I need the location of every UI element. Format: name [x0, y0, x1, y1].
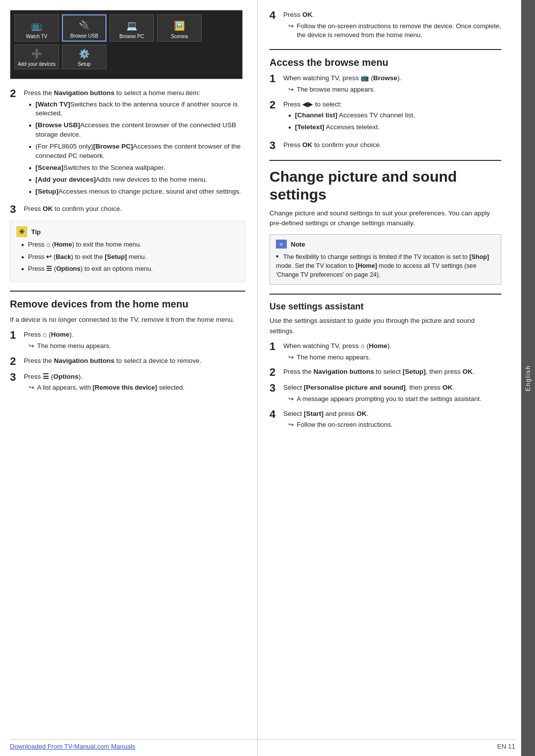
- watchtv-icon: 📺: [29, 19, 45, 33]
- remove-step-3-arrow: ↪ A list appears, with [Remove this devi…: [29, 383, 245, 393]
- assistant-step-4-content: Select [Start] and press OK. ↪ Follow th…: [283, 409, 501, 430]
- remove-step-2-number: 2: [10, 356, 21, 367]
- browse-step-2: 2 Press ◀▶ to select: • [Channel list] A…: [269, 100, 501, 135]
- remove-step-1-arrow: ↪ The home menu appears.: [29, 342, 245, 351]
- note-label: Note: [291, 241, 305, 248]
- right-column: 4 Press OK. ↪ Follow the on-screen instr…: [258, 0, 521, 756]
- browsepc-icon: 💻: [124, 19, 140, 33]
- browse-step-1-content: When watching TV, press 📺 (Browse). ↪ Th…: [283, 73, 501, 94]
- remove-section-intro: If a device is no longer connected to th…: [10, 315, 245, 325]
- menu-item-adddevices: ➕ Add your devices: [14, 45, 59, 69]
- browse-step-3-text: Press OK to confirm your choice.: [283, 141, 381, 149]
- tip-bullets: • Press ⌂ (Home) to exit the home menu. …: [21, 240, 239, 274]
- bullet-browseusb: • [Browse USB]Accesses the content brows…: [29, 121, 245, 140]
- menu-row-1: 📺 Watch TV 🔌 Browse USB 💻 Browse PC 🖼️ S…: [14, 14, 238, 42]
- scenea-icon: 🖼️: [171, 19, 187, 33]
- browse-step-2-content: Press ◀▶ to select: • [Channel list] Acc…: [283, 100, 501, 135]
- divider-change: [269, 160, 501, 161]
- tip-icon: ✳: [16, 226, 27, 237]
- menu-item-setup: ⚙️ Setup: [62, 45, 107, 69]
- tip-box: ✳ Tip • Press ⌂ (Home) to exit the home …: [10, 221, 245, 282]
- divider-remove: [10, 291, 245, 292]
- divider-assistant: [269, 294, 501, 295]
- setup-label: Setup: [78, 61, 91, 67]
- change-section-heading: Change picture and sound settings: [269, 168, 501, 203]
- setup-icon: ⚙️: [76, 47, 92, 60]
- footer-page: EN 11: [497, 743, 515, 750]
- assistant-step-2-text: Press the Navigation buttons to select […: [283, 368, 475, 375]
- menu-item-browseusb: 🔌 Browse USB: [62, 14, 107, 42]
- step-4-number: 4: [269, 10, 280, 21]
- browse-step-1-arrow: ↪ The browse menu appears.: [288, 85, 501, 95]
- adddevices-label: Add your devices: [18, 61, 56, 67]
- browse-section-heading: Access the browse menu: [269, 57, 501, 68]
- assistant-step-2: 2 Press the Navigation buttons to select…: [269, 367, 501, 378]
- remove-step-3-text: Press ☰ (Options).: [24, 373, 83, 380]
- note-icon: ≡: [276, 240, 287, 249]
- menu-row-2: ➕ Add your devices ⚙️ Setup: [14, 45, 238, 69]
- note-box: ≡ Note • The flexibility to change setti…: [269, 234, 501, 285]
- bullet-adddevices: • [Add your devices]Adds new devices to …: [29, 175, 245, 185]
- assistant-step-1-text: When watching TV, press ⌂ (Home).: [283, 342, 391, 350]
- browse-step-1-number: 1: [269, 73, 280, 84]
- step-4-arrow: ↪ Follow the on-screen instructions to r…: [288, 22, 501, 41]
- tip-label: Tip: [31, 228, 41, 236]
- footer-link[interactable]: Downloaded From TV-Manual.com Manuals: [10, 743, 135, 750]
- step-4-content: Press OK. ↪ Follow the on-screen instruc…: [283, 10, 501, 40]
- bullet-browsepc: • (For PFL8605 only)[Browse PC]Accesses …: [29, 142, 245, 161]
- assistant-step-3: 3 Select [Personalise picture and sound]…: [269, 383, 501, 403]
- bullet-watchtv: • [Watch TV]Switches back to the antenna…: [29, 100, 245, 119]
- remove-step-1-number: 1: [10, 330, 21, 341]
- menu-item-watchtv: 📺 Watch TV: [14, 14, 59, 42]
- side-tab-label: English: [525, 365, 532, 391]
- step-4-text: Press OK.: [283, 11, 314, 18]
- divider-browse: [269, 49, 501, 50]
- remove-step-3: 3 Press ☰ (Options). ↪ A list appears, w…: [10, 372, 245, 393]
- step-2-bullets: • [Watch TV]Switches back to the antenna…: [29, 100, 245, 197]
- assistant-step-2-number: 2: [269, 367, 280, 378]
- browse-step-3: 3 Press OK to confirm your choice.: [269, 140, 501, 151]
- tip-header: ✳ Tip: [16, 226, 239, 237]
- browse-step-3-number: 3: [269, 140, 280, 151]
- tip-bullet-back: • Press ↩ (Back) to exit the [Setup] men…: [21, 252, 239, 262]
- browse-bullet-teletext: • [Teletext] Accesses teletext.: [288, 123, 501, 132]
- browse-step-3-content: Press OK to confirm your choice.: [283, 140, 501, 150]
- scenea-label: Scenea: [171, 34, 188, 39]
- assistant-step-3-content: Select [Personalise picture and sound], …: [283, 383, 501, 403]
- step-2-intro: Press the Navigation buttons to select a…: [24, 89, 200, 97]
- assistant-step-3-arrow: ↪ A message appears prompting you to sta…: [288, 395, 501, 404]
- step-3-number: 3: [10, 204, 21, 215]
- bullet-scenea: • [Scenea]Switches to the Scenea wallpap…: [29, 163, 245, 173]
- assistant-step-4-number: 4: [269, 409, 280, 420]
- footer: Downloaded From TV-Manual.com Manuals EN…: [10, 739, 515, 750]
- assistant-step-1-arrow: ↪ The home menu appears.: [288, 353, 501, 362]
- note-text: • The flexibility to change settings is …: [276, 252, 495, 279]
- remove-step-3-number: 3: [10, 372, 21, 383]
- step-2-number: 2: [10, 88, 21, 99]
- remove-step-2-text: Press the Navigation buttons to select a…: [24, 357, 202, 364]
- remove-step-1-text: Press ⌂ (Home).: [24, 331, 73, 338]
- assistant-step-3-number: 3: [269, 383, 280, 394]
- watchtv-label: Watch TV: [26, 34, 47, 39]
- menu-item-browsepc: 💻 Browse PC: [109, 14, 154, 42]
- assistant-step-1-content: When watching TV, press ⌂ (Home). ↪ The …: [283, 341, 501, 362]
- step-3-text: Press OK to confirm your choice.: [24, 205, 122, 212]
- assistant-step-4: 4 Select [Start] and press OK. ↪ Follow …: [269, 409, 501, 430]
- menu-item-scenea: 🖼️ Scenea: [157, 14, 202, 42]
- browse-step-2-number: 2: [269, 100, 280, 110]
- remove-section-heading: Remove devices from the home menu: [10, 299, 245, 310]
- tip-bullet-home: • Press ⌂ (Home) to exit the home menu.: [21, 240, 239, 250]
- assistant-section-para: Use the settings assistant to guide you …: [269, 316, 501, 336]
- browse-bullet-channellist: • [Channel list] Accesses TV channel lis…: [288, 111, 501, 120]
- assistant-step-2-content: Press the Navigation buttons to select […: [283, 367, 501, 377]
- change-section-para: Change picture and sound settings to sui…: [269, 208, 501, 229]
- step-3-left: 3 Press OK to confirm your choice.: [10, 204, 245, 215]
- assistant-step-3-text: Select [Personalise picture and sound], …: [283, 384, 454, 391]
- browse-step-2-text: Press ◀▶ to select:: [283, 101, 342, 108]
- step-4-right: 4 Press OK. ↪ Follow the on-screen instr…: [269, 10, 501, 40]
- assistant-step-1-number: 1: [269, 341, 280, 352]
- browseusb-label: Browse USB: [70, 33, 99, 39]
- adddevices-icon: ➕: [29, 47, 45, 60]
- remove-step-2: 2 Press the Navigation buttons to select…: [10, 356, 245, 367]
- remove-step-2-content: Press the Navigation buttons to select a…: [24, 356, 245, 366]
